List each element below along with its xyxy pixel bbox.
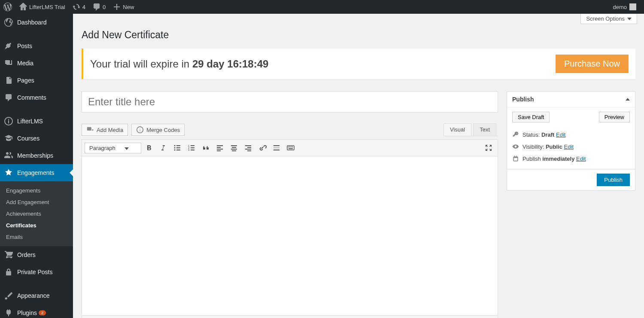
preview-button[interactable]: Preview — [599, 112, 630, 122]
submenu-emails[interactable]: Emails — [0, 231, 73, 243]
format-select[interactable]: Paragraph — [85, 143, 141, 153]
svg-rect-17 — [191, 150, 194, 150]
submenu-add-engagement[interactable]: Add Engagement — [0, 196, 73, 208]
svg-point-10 — [174, 149, 176, 150]
trial-banner: Your trial will expire in 29 day 16:18:4… — [82, 49, 635, 79]
updates-link[interactable]: 4 — [69, 0, 89, 14]
svg-rect-36 — [291, 147, 292, 147]
keyboard-icon — [286, 144, 295, 152]
merge-codes-button[interactable]: i Merge Codes — [131, 124, 185, 136]
link-icon — [258, 144, 267, 152]
svg-rect-2 — [8, 120, 9, 123]
quote-icon — [201, 144, 210, 152]
submenu-achievements[interactable]: Achievements — [0, 208, 73, 220]
publish-button[interactable]: Publish — [597, 174, 630, 186]
brush-icon — [4, 291, 13, 300]
eye-icon — [512, 143, 519, 150]
merge-icon: i — [136, 126, 144, 134]
svg-rect-25 — [232, 150, 236, 151]
menu-media[interactable]: Media — [0, 55, 73, 72]
align-center-icon — [230, 144, 238, 152]
new-content-link[interactable]: New — [109, 0, 137, 14]
svg-rect-18 — [217, 145, 223, 146]
align-left-button[interactable] — [213, 141, 226, 154]
menu-posts[interactable]: Posts — [0, 37, 73, 55]
menu-memberships[interactable]: Memberships — [0, 147, 73, 164]
title-input[interactable] — [82, 91, 498, 113]
site-name-link[interactable]: LifterLMS Trial — [15, 0, 69, 14]
admin-bar: LifterLMS Trial 4 0 New demo — [0, 0, 644, 14]
svg-rect-28 — [245, 149, 251, 150]
link-button[interactable] — [256, 141, 269, 154]
trial-countdown: 29 day 16:18:49 — [192, 58, 268, 70]
bold-icon — [145, 144, 153, 152]
submenu-certificates[interactable]: Certificates — [0, 220, 73, 231]
menu-plugins-label: Plugins — [17, 309, 37, 316]
status-label: Status: — [522, 131, 541, 138]
svg-rect-26 — [245, 145, 251, 146]
svg-rect-24 — [231, 149, 237, 150]
menu-dashboard[interactable]: Dashboard — [0, 14, 73, 31]
submenu-engagements-list[interactable]: Engagements — [0, 185, 73, 196]
schedule-edit-link[interactable]: Edit — [576, 156, 586, 162]
chevron-up-icon — [626, 98, 630, 101]
svg-rect-33 — [287, 146, 294, 150]
tab-text[interactable]: Text — [473, 123, 496, 136]
add-media-button[interactable]: Add Media — [82, 124, 128, 136]
comments-link[interactable]: 0 — [89, 0, 109, 14]
align-right-button[interactable] — [242, 141, 255, 154]
svg-rect-22 — [231, 145, 237, 146]
plus-icon — [112, 3, 121, 11]
key-icon — [512, 131, 519, 138]
svg-point-6 — [174, 145, 176, 146]
numbered-list-button[interactable]: 123 — [185, 141, 198, 154]
align-center-button[interactable] — [228, 141, 240, 154]
status-row: Status: Draft Edit — [512, 128, 630, 141]
menu-engagements[interactable]: Engagements — [0, 164, 73, 181]
menu-courses[interactable]: Courses — [0, 130, 73, 147]
svg-rect-15 — [191, 147, 194, 148]
svg-rect-38 — [289, 148, 293, 149]
comments-icon — [4, 93, 13, 102]
page-title: Add New Certificate — [82, 29, 635, 41]
publish-box-header[interactable]: Publish — [507, 92, 635, 107]
svg-rect-20 — [217, 149, 223, 150]
editor-canvas[interactable] — [82, 156, 498, 315]
svg-rect-11 — [176, 150, 180, 150]
menu-orders[interactable]: Orders — [0, 246, 73, 263]
pin-icon — [4, 42, 13, 50]
wp-logo-menu[interactable] — [0, 0, 15, 14]
tab-visual[interactable]: Visual — [444, 123, 471, 136]
align-left-icon — [216, 144, 224, 152]
trial-prefix: Your trial will expire in — [90, 58, 192, 70]
menu-pages[interactable]: Pages — [0, 72, 73, 89]
fullscreen-icon — [484, 144, 493, 152]
purchase-button[interactable]: Purchase Now — [556, 55, 629, 73]
status-edit-link[interactable]: Edit — [556, 131, 565, 138]
svg-rect-7 — [176, 145, 180, 146]
blockquote-button[interactable] — [199, 141, 212, 154]
svg-rect-23 — [232, 147, 236, 148]
menu-appearance[interactable]: Appearance — [0, 287, 73, 304]
bullet-list-button[interactable] — [171, 141, 184, 154]
home-icon — [19, 3, 27, 11]
toolbar-toggle-button[interactable] — [284, 141, 297, 154]
read-more-button[interactable] — [270, 141, 283, 154]
save-draft-button[interactable]: Save Draft — [512, 112, 550, 122]
wordpress-icon — [3, 3, 12, 11]
menu-plugins[interactable]: Plugins 2 — [0, 304, 73, 318]
screen-options-label: Screen Options — [586, 15, 625, 22]
user-account-link[interactable]: demo — [608, 0, 640, 14]
visibility-edit-link[interactable]: Edit — [564, 144, 574, 150]
fullscreen-button[interactable] — [482, 141, 495, 154]
visibility-row: Visibility: Public Edit — [512, 141, 630, 153]
menu-private-posts[interactable]: Private Posts — [0, 263, 73, 281]
menu-comments[interactable]: Comments — [0, 89, 73, 106]
align-right-icon — [244, 144, 252, 152]
format-select-value: Paragraph — [89, 145, 115, 151]
bold-button[interactable] — [143, 141, 155, 154]
menu-lifterlms[interactable]: LifterLMS — [0, 113, 73, 130]
screen-options-toggle[interactable]: Screen Options — [580, 14, 637, 24]
italic-button[interactable] — [157, 141, 170, 154]
chevron-down-icon — [125, 147, 129, 150]
